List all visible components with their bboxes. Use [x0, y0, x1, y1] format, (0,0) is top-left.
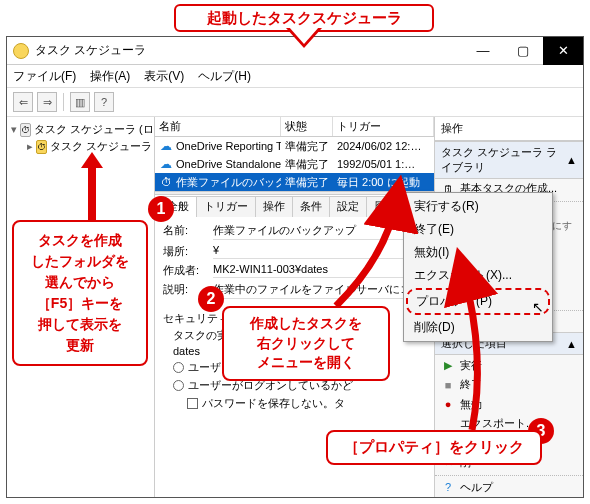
task-trigger: 毎日 2:00 に起動 [333, 174, 434, 191]
window-title: タスク スケジューラ [35, 42, 463, 59]
task-status: 準備完了 [281, 174, 333, 191]
col-name[interactable]: 名前 [155, 117, 281, 136]
cloud-icon: ☁ [159, 157, 173, 171]
menu-file[interactable]: ファイル(F) [13, 68, 76, 85]
actions-title: 操作 [435, 117, 583, 141]
toolbar-panel-icon[interactable]: ▥ [70, 92, 90, 112]
menubar: ファイル(F) 操作(A) 表示(V) ヘルプ(H) [7, 65, 583, 87]
task-name: 作業ファイルのバックアップ [176, 176, 281, 188]
toolbar-back-icon[interactable]: ⇐ [13, 92, 33, 112]
annotation-mid: 作成したタスクを 右クリックして メニューを開く [222, 306, 390, 381]
tree-root[interactable]: ▾ ⏱ タスク スケジューラ (ローカル) [9, 121, 152, 138]
actions-head-library[interactable]: タスク スケジューラ ライブラリ▲ [435, 141, 583, 179]
tree-collapse-icon[interactable]: ▸ [27, 140, 33, 153]
checkbox-icon [187, 398, 198, 409]
menu-action[interactable]: 操作(A) [90, 68, 130, 85]
task-row-selected[interactable]: ⏱作業ファイルのバックアップ 準備完了 毎日 2:00 に起動 [155, 173, 434, 191]
detail-loc-label: 場所: [163, 244, 213, 259]
cm-disable[interactable]: 無効(I) [406, 241, 550, 264]
minimize-button[interactable]: — [463, 37, 503, 65]
help-icon: ? [441, 480, 455, 494]
tab-action[interactable]: 操作 [255, 196, 293, 217]
tree-toggle-icon[interactable]: ▾ [11, 123, 17, 136]
radio-icon [173, 362, 184, 373]
toolbar: ⇐ ⇒ ▥ ? [7, 87, 583, 117]
arrow-3 [452, 268, 482, 428]
check-label: パスワードを保存しない。タ [202, 396, 345, 411]
arrow-2 [326, 196, 406, 306]
task-trigger: 1992/05/01 1:… [333, 157, 434, 171]
cloud-icon: ☁ [159, 139, 173, 153]
tab-cond[interactable]: 条件 [292, 196, 330, 217]
toolbar-separator [63, 93, 64, 111]
annotation-bottom: ［プロパティ］をクリック [326, 430, 542, 465]
maximize-button[interactable]: ▢ [503, 37, 543, 65]
col-trigger[interactable]: トリガー [333, 117, 434, 136]
detail-auth-label: 作成者: [163, 263, 213, 278]
actions-separator [435, 475, 583, 476]
cm-end[interactable]: 終了(E) [406, 218, 550, 241]
arrow-1 [88, 166, 96, 220]
task-status: 準備完了 [281, 138, 333, 155]
menu-help[interactable]: ヘルプ(H) [198, 68, 251, 85]
radio-icon [173, 380, 184, 391]
toolbar-help-icon[interactable]: ? [94, 92, 114, 112]
task-row[interactable]: ☁OneDrive Reporting T… 準備完了 2024/06/02 1… [155, 137, 434, 155]
annotation-left: タスクを作成 したフォルダを 選んでから ［F5］キーを 押して表示を 更新 [12, 220, 148, 366]
toolbar-forward-icon[interactable]: ⇒ [37, 92, 57, 112]
scheduler-icon: ⏱ [20, 123, 31, 137]
collapse-icon: ▲ [566, 338, 577, 350]
task-name: OneDrive Reporting T… [176, 140, 281, 152]
app-icon [13, 43, 29, 59]
task-row[interactable]: ☁OneDrive Standalone … 準備完了 1992/05/01 1… [155, 155, 434, 173]
tab-trigger[interactable]: トリガー [196, 196, 256, 217]
task-status: 準備完了 [281, 156, 333, 173]
action-help2[interactable]: ?ヘルプ [435, 478, 583, 498]
col-status[interactable]: 状態 [281, 117, 333, 136]
collapse-icon: ▲ [566, 154, 577, 166]
annotation-top: 起動したタスクスケジューラ [174, 4, 434, 32]
close-button[interactable]: ✕ [543, 37, 583, 65]
cm-run[interactable]: 実行する(R) [406, 195, 550, 218]
task-name: OneDrive Standalone … [176, 158, 281, 170]
cursor-icon: ↖ [532, 299, 544, 315]
task-list-header: 名前 状態 トリガー [155, 117, 434, 137]
tree-root-label: タスク スケジューラ (ローカル) [34, 122, 152, 137]
menu-view[interactable]: 表示(V) [144, 68, 184, 85]
badge-2: 2 [198, 286, 224, 312]
check-nopass[interactable]: パスワードを保存しない。タ [163, 396, 426, 411]
badge-1: 1 [148, 196, 174, 222]
task-trigger: 2024/06/02 12:… [333, 139, 434, 153]
detail-name-label: 名前: [163, 223, 213, 240]
task-icon: ⏱ [159, 175, 173, 189]
folder-icon: ⏱ [36, 140, 47, 154]
